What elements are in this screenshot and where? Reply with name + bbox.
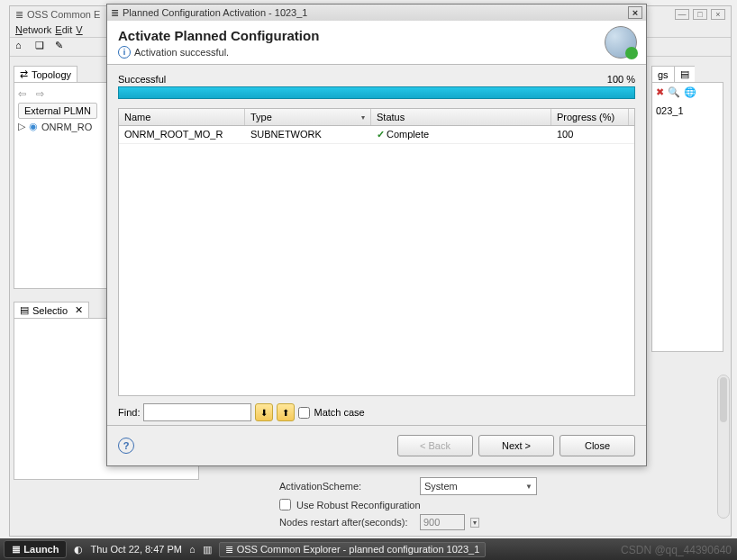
toolbar-icon[interactable]: ❏ — [35, 40, 50, 54]
menu-network[interactable]: Network — [15, 24, 51, 35]
cell-progress: 100 — [551, 126, 629, 143]
progress-bar — [118, 86, 635, 99]
right-tab[interactable]: gs — [651, 66, 674, 82]
tree-root-label: ONRM_RO — [41, 122, 92, 132]
tray-icon[interactable]: ⌂ — [189, 544, 196, 555]
tray-icon[interactable]: ▥ — [203, 544, 212, 555]
right-sub-label: 023_1 — [652, 102, 723, 120]
activation-form: ActivationScheme: System ▼ Use Robust Re… — [279, 477, 712, 534]
restart-input: 900 — [420, 514, 465, 530]
match-case-checkbox[interactable] — [298, 407, 310, 419]
tab-close-icon[interactable]: ✕ — [75, 304, 83, 316]
spinner-icon[interactable]: ▾ — [470, 518, 479, 528]
robust-label: Use Robust Reconfiguration — [296, 500, 421, 510]
external-plmn-button[interactable]: External PLMN — [18, 103, 97, 119]
search-icon[interactable]: 🔍 — [668, 86, 680, 98]
find-bar: Find: ⬇ ⬆ Match case — [118, 403, 635, 421]
find-input[interactable] — [143, 403, 251, 421]
dialog-heading: Activate Planned Configuration — [118, 28, 635, 43]
dialog-icon: ≣ — [111, 7, 119, 19]
col-name[interactable]: Name — [119, 109, 245, 125]
progress-label: Successful — [118, 74, 166, 85]
dialog-footer: ? < Back Next > Close — [107, 425, 646, 465]
main-window-title: OSS Common E — [27, 9, 100, 20]
sort-icon: ▾ — [361, 113, 365, 122]
dialog-close-button[interactable]: × — [628, 6, 642, 19]
dialog-titlebar[interactable]: ≣ Planned Configuration Activation - 102… — [107, 5, 646, 21]
nav-fwd-icon[interactable]: ⇨ — [36, 88, 50, 99]
maximize-button[interactable]: □ — [693, 9, 707, 20]
find-label: Find: — [118, 407, 140, 418]
tree-globe-icon: ◉ — [29, 121, 38, 132]
selection-label: Selectio — [32, 305, 68, 316]
selection-tab[interactable]: ▤ Selectio ✕ — [14, 302, 89, 318]
find-prev-button[interactable]: ⬆ — [277, 403, 295, 421]
toolbar-icon[interactable]: ⌂ — [15, 40, 30, 54]
col-type[interactable]: Type▾ — [245, 109, 371, 125]
robust-checkbox[interactable] — [279, 499, 291, 510]
cell-type: SUBNETWORK — [245, 126, 371, 143]
check-icon: ✓ — [377, 129, 385, 140]
close-button[interactable]: × — [711, 9, 725, 20]
right-tab-label: gs — [658, 69, 669, 80]
globe-icon[interactable]: 🌐 — [684, 86, 696, 98]
dialog-title: Planned Configuration Activation - 1023_… — [123, 7, 307, 18]
topology-label: Topology — [32, 69, 71, 80]
task-label: OSS Common Explorer - planned configurat… — [237, 544, 480, 555]
find-next-button[interactable]: ⬇ — [255, 403, 273, 421]
nav-back-icon[interactable]: ⇦ — [18, 88, 32, 99]
menu-edit[interactable]: Edit — [55, 24, 72, 35]
help-icon[interactable]: ? — [118, 438, 134, 454]
watermark: CSDN @qq_44390640 — [621, 544, 732, 556]
taskbar-item[interactable]: ≣ OSS Common Explorer - planned configur… — [219, 542, 487, 557]
topology-tab[interactable]: ⇄ Topology — [14, 66, 77, 82]
col-status[interactable]: Status — [371, 109, 551, 125]
topology-icon: ⇄ — [20, 68, 28, 80]
tree-expand-icon[interactable]: ▷ — [18, 121, 25, 132]
scheme-value: System — [424, 481, 458, 492]
vertical-scrollbar[interactable] — [717, 375, 730, 519]
close-dialog-button[interactable]: Close — [560, 435, 635, 456]
minimize-button[interactable]: — — [675, 9, 689, 20]
cell-name: ONRM_ROOT_MO_R — [119, 126, 245, 143]
menu-view[interactable]: V — [76, 24, 82, 35]
info-icon: i — [118, 46, 131, 59]
chevron-down-icon: ▼ — [525, 483, 532, 491]
back-button: < Back — [397, 435, 473, 456]
right-tab-icon[interactable]: ▤ — [674, 66, 695, 82]
next-button[interactable]: Next > — [478, 435, 554, 456]
table-row[interactable]: ONRM_ROOT_MO_R SUBNETWORK ✓Complete 100 — [119, 126, 634, 144]
toolbar-icon[interactable]: ✎ — [55, 40, 69, 54]
progress-percent: 100 % — [607, 74, 635, 85]
activation-dialog: ≣ Planned Configuration Activation - 102… — [106, 4, 647, 466]
restart-value: 900 — [423, 517, 440, 528]
restart-label: Nodes restart after(seconds): — [279, 517, 414, 528]
launch-button[interactable]: ≣ Launch — [4, 540, 67, 558]
scheme-select[interactable]: System ▼ — [420, 477, 537, 495]
cell-status: ✓Complete — [371, 126, 551, 143]
task-icon: ≣ — [225, 544, 233, 555]
app-icon: ≣ — [15, 9, 23, 21]
col-progress[interactable]: Progress (%) — [551, 109, 629, 125]
scheme-label: ActivationScheme: — [279, 481, 414, 492]
tray-icon[interactable]: ◐ — [74, 544, 83, 555]
right-panel: ✖ 🔍 🌐 023_1 — [651, 82, 723, 352]
selection-icon: ▤ — [20, 304, 29, 316]
clock[interactable]: Thu Oct 22, 8:47 PM — [90, 544, 182, 555]
match-case-label: Match case — [314, 407, 364, 418]
results-table: Name Type▾ Status Progress (%) ONRM_ROOT… — [118, 108, 635, 396]
dialog-header: Activate Planned Configuration i Activat… — [107, 21, 646, 65]
globe-art-icon — [605, 26, 637, 59]
delete-icon[interactable]: ✖ — [656, 86, 664, 98]
dialog-subtext: Activation successful. — [134, 47, 229, 58]
